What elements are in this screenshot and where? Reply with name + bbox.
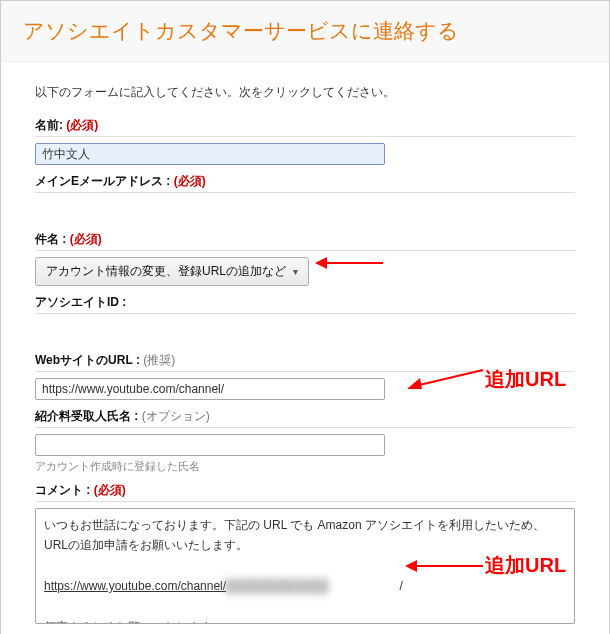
comment-url-suffix: /: [396, 579, 403, 593]
email-input[interactable]: [35, 199, 385, 223]
page-header: アソシエイトカスタマーサービスに連絡する: [1, 1, 609, 62]
comment-required: (必須): [94, 483, 126, 497]
website-opt: (推奨): [143, 353, 175, 367]
page-title: アソシエイトカスタマーサービスに連絡する: [23, 17, 587, 45]
field-subject: 件名 : (必須) アカウント情報の変更、登録URLの追加など ▾: [35, 231, 575, 286]
subject-selected: アカウント情報の変更、登録URLの追加など: [46, 264, 286, 278]
svg-line-2: [415, 370, 483, 386]
comment-label: コメント :: [35, 483, 90, 497]
comment-url-blur: ████████████: [226, 576, 396, 596]
payee-hint: アカウント作成時に登録した氏名: [35, 459, 575, 474]
comment-line1: いつもお世話になっております。下記の URL でも Amazon アソシエイトを…: [44, 518, 545, 552]
field-associate-id: アソシエイトID :: [35, 294, 575, 344]
comment-textarea[interactable]: いつもお世話になっております。下記の URL でも Amazon アソシエイトを…: [35, 508, 575, 624]
field-comment: コメント : (必須) いつもお世話になっております。下記の URL でも Am…: [35, 482, 575, 624]
associate-id-label: アソシエイトID :: [35, 295, 126, 309]
comment-url-prefix: https://www.youtube.com/channel/: [44, 579, 226, 593]
svg-marker-3: [407, 378, 422, 389]
name-required: (必須): [66, 118, 98, 132]
comment-line3: 何卒よろしくお願いいたします。: [44, 620, 224, 624]
payee-label: 紹介料受取人氏名 :: [35, 409, 138, 423]
payee-opt: (オプション): [142, 409, 210, 423]
field-email: メインEメールアドレス : (必須): [35, 173, 575, 223]
website-label: WebサイトのURL :: [35, 353, 140, 367]
subject-label: 件名 :: [35, 232, 66, 246]
payee-input[interactable]: [35, 434, 385, 456]
svg-marker-1: [315, 257, 327, 269]
name-label: 名前:: [35, 118, 63, 132]
field-payee: 紹介料受取人氏名 : (オプション) アカウント作成時に登録した氏名: [35, 408, 575, 474]
chevron-down-icon: ▾: [293, 266, 298, 277]
email-required: (必須): [174, 174, 206, 188]
annotation-arrow-subject: [315, 253, 385, 273]
subject-select[interactable]: アカウント情報の変更、登録URLの追加など ▾: [35, 257, 309, 286]
name-input[interactable]: [35, 143, 385, 165]
associate-id-input[interactable]: [35, 320, 185, 344]
field-website-url: WebサイトのURL : (推奨) 追加URL: [35, 352, 575, 400]
email-label: メインEメールアドレス :: [35, 174, 170, 188]
subject-required: (必須): [70, 232, 102, 246]
intro-text: 以下のフォームに記入してください。次をクリックしてください。: [35, 84, 575, 101]
website-url-input[interactable]: [35, 378, 385, 400]
field-name: 名前: (必須): [35, 117, 575, 165]
